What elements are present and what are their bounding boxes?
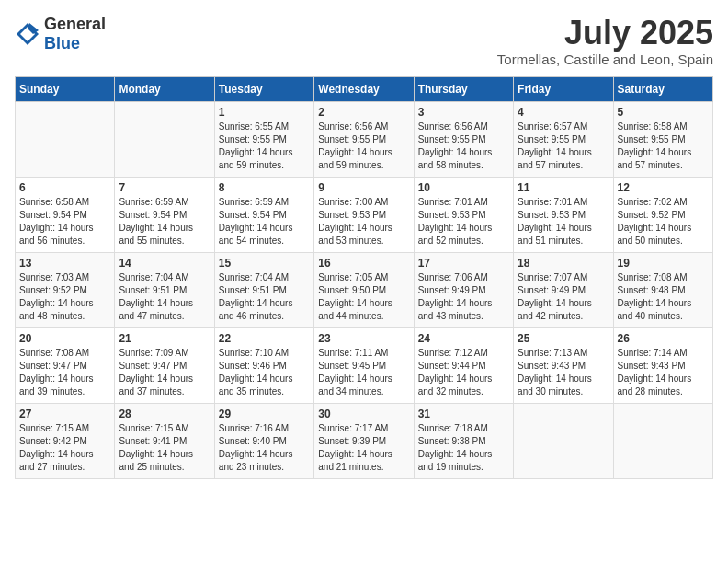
cell-sunrise: Sunrise: 6:59 AMSunset: 9:54 PMDaylight:… xyxy=(219,197,293,246)
day-number: 27 xyxy=(19,408,110,420)
calendar-cell: 19Sunrise: 7:08 AMSunset: 9:48 PMDayligh… xyxy=(613,252,712,327)
calendar-week-1: 6Sunrise: 6:58 AMSunset: 9:54 PMDaylight… xyxy=(16,177,713,252)
calendar-cell: 20Sunrise: 7:08 AMSunset: 9:47 PMDayligh… xyxy=(16,327,115,403)
day-number: 9 xyxy=(318,181,409,194)
cell-sunrise: Sunrise: 7:15 AMSunset: 9:41 PMDaylight:… xyxy=(119,423,193,472)
day-number: 10 xyxy=(418,181,509,194)
calendar-cell: 24Sunrise: 7:12 AMSunset: 9:44 PMDayligh… xyxy=(414,327,513,403)
day-number: 2 xyxy=(318,106,409,119)
cell-sunrise: Sunrise: 7:15 AMSunset: 9:42 PMDaylight:… xyxy=(19,423,94,472)
cell-sunrise: Sunrise: 7:10 AMSunset: 9:46 PMDaylight:… xyxy=(219,348,293,396)
calendar-cell: 2Sunrise: 6:56 AMSunset: 9:55 PMDaylight… xyxy=(314,101,414,177)
cell-sunrise: Sunrise: 7:17 AMSunset: 9:39 PMDaylight:… xyxy=(318,423,392,472)
calendar-table: SundayMondayTuesdayWednesdayThursdayFrid… xyxy=(15,76,713,479)
day-number: 24 xyxy=(418,332,509,345)
calendar-cell: 26Sunrise: 7:14 AMSunset: 9:43 PMDayligh… xyxy=(613,327,712,403)
day-number: 15 xyxy=(219,257,310,270)
calendar-cell: 8Sunrise: 6:59 AMSunset: 9:54 PMDaylight… xyxy=(214,177,313,252)
day-number: 11 xyxy=(518,181,609,194)
day-number: 6 xyxy=(19,181,110,194)
day-number: 21 xyxy=(119,332,210,345)
day-number: 12 xyxy=(618,181,709,194)
page-subtitle: Tormellas, Castille and Leon, Spain xyxy=(497,52,713,67)
cell-sunrise: Sunrise: 7:07 AMSunset: 9:49 PMDaylight:… xyxy=(518,272,592,321)
calendar-cell: 6Sunrise: 6:58 AMSunset: 9:54 PMDaylight… xyxy=(16,177,115,252)
day-number: 31 xyxy=(418,408,509,420)
page-title: July 2025 xyxy=(497,15,713,52)
cell-sunrise: Sunrise: 7:04 AMSunset: 9:51 PMDaylight:… xyxy=(119,272,193,321)
calendar-cell: 17Sunrise: 7:06 AMSunset: 9:49 PMDayligh… xyxy=(414,252,513,327)
cell-sunrise: Sunrise: 7:18 AMSunset: 9:38 PMDaylight:… xyxy=(418,423,493,472)
calendar-cell: 10Sunrise: 7:01 AMSunset: 9:53 PMDayligh… xyxy=(414,177,513,252)
day-number: 16 xyxy=(318,257,409,270)
day-number: 18 xyxy=(518,257,609,270)
calendar-cell: 13Sunrise: 7:03 AMSunset: 9:52 PMDayligh… xyxy=(16,252,115,327)
calendar-cell: 12Sunrise: 7:02 AMSunset: 9:52 PMDayligh… xyxy=(613,177,712,252)
calendar-cell: 9Sunrise: 7:00 AMSunset: 9:53 PMDaylight… xyxy=(314,177,414,252)
cell-sunrise: Sunrise: 6:58 AMSunset: 9:55 PMDaylight:… xyxy=(618,121,692,170)
cell-sunrise: Sunrise: 6:59 AMSunset: 9:54 PMDaylight:… xyxy=(119,197,193,246)
cell-sunrise: Sunrise: 7:04 AMSunset: 9:51 PMDaylight:… xyxy=(219,272,293,321)
day-number: 22 xyxy=(219,332,310,345)
cell-sunrise: Sunrise: 7:03 AMSunset: 9:52 PMDaylight:… xyxy=(19,272,94,321)
cell-sunrise: Sunrise: 7:08 AMSunset: 9:48 PMDaylight:… xyxy=(618,272,692,321)
cell-sunrise: Sunrise: 6:56 AMSunset: 9:55 PMDaylight:… xyxy=(318,121,392,170)
cell-sunrise: Sunrise: 7:09 AMSunset: 9:47 PMDaylight:… xyxy=(119,348,193,396)
calendar-cell: 18Sunrise: 7:07 AMSunset: 9:49 PMDayligh… xyxy=(514,252,613,327)
calendar-cell: 4Sunrise: 6:57 AMSunset: 9:55 PMDaylight… xyxy=(514,101,613,177)
cell-sunrise: Sunrise: 7:08 AMSunset: 9:47 PMDaylight:… xyxy=(19,348,94,396)
day-number: 29 xyxy=(219,408,310,420)
header-monday: Monday xyxy=(115,76,214,101)
calendar-cell: 5Sunrise: 6:58 AMSunset: 9:55 PMDaylight… xyxy=(613,101,712,177)
cell-sunrise: Sunrise: 7:11 AMSunset: 9:45 PMDaylight:… xyxy=(318,348,392,396)
calendar-cell: 14Sunrise: 7:04 AMSunset: 9:51 PMDayligh… xyxy=(115,252,214,327)
day-number: 25 xyxy=(518,332,609,345)
header-wednesday: Wednesday xyxy=(314,76,414,101)
cell-sunrise: Sunrise: 7:01 AMSunset: 9:53 PMDaylight:… xyxy=(518,197,592,246)
calendar-cell: 15Sunrise: 7:04 AMSunset: 9:51 PMDayligh… xyxy=(214,252,313,327)
cell-sunrise: Sunrise: 6:56 AMSunset: 9:55 PMDaylight:… xyxy=(418,121,493,170)
calendar-cell: 22Sunrise: 7:10 AMSunset: 9:46 PMDayligh… xyxy=(214,327,313,403)
day-number: 5 xyxy=(618,106,709,119)
header-saturday: Saturday xyxy=(613,76,712,101)
cell-sunrise: Sunrise: 6:58 AMSunset: 9:54 PMDaylight:… xyxy=(19,197,94,246)
cell-sunrise: Sunrise: 7:05 AMSunset: 9:50 PMDaylight:… xyxy=(318,272,392,321)
page-header: General Blue July 2025 Tormellas, Castil… xyxy=(15,15,713,67)
calendar-week-3: 20Sunrise: 7:08 AMSunset: 9:47 PMDayligh… xyxy=(16,327,713,403)
cell-sunrise: Sunrise: 7:00 AMSunset: 9:53 PMDaylight:… xyxy=(318,197,392,246)
logo: General Blue xyxy=(15,15,106,53)
cell-sunrise: Sunrise: 7:16 AMSunset: 9:40 PMDaylight:… xyxy=(219,423,293,472)
calendar-cell: 7Sunrise: 6:59 AMSunset: 9:54 PMDaylight… xyxy=(115,177,214,252)
calendar-week-0: 1Sunrise: 6:55 AMSunset: 9:55 PMDaylight… xyxy=(16,101,713,177)
logo-text: General Blue xyxy=(44,15,106,53)
header-tuesday: Tuesday xyxy=(214,76,313,101)
day-number: 30 xyxy=(318,408,409,420)
day-number: 14 xyxy=(119,257,210,270)
day-number: 23 xyxy=(318,332,409,345)
cell-sunrise: Sunrise: 7:02 AMSunset: 9:52 PMDaylight:… xyxy=(618,197,692,246)
day-number: 19 xyxy=(618,257,709,270)
cell-sunrise: Sunrise: 7:01 AMSunset: 9:53 PMDaylight:… xyxy=(418,197,493,246)
cell-sunrise: Sunrise: 7:13 AMSunset: 9:43 PMDaylight:… xyxy=(518,348,592,396)
header-sunday: Sunday xyxy=(16,76,115,101)
calendar-week-4: 27Sunrise: 7:15 AMSunset: 9:42 PMDayligh… xyxy=(16,403,713,478)
cell-sunrise: Sunrise: 7:12 AMSunset: 9:44 PMDaylight:… xyxy=(418,348,493,396)
calendar-cell: 16Sunrise: 7:05 AMSunset: 9:50 PMDayligh… xyxy=(314,252,414,327)
day-number: 28 xyxy=(119,408,210,420)
calendar-cell: 29Sunrise: 7:16 AMSunset: 9:40 PMDayligh… xyxy=(214,403,313,478)
day-number: 20 xyxy=(19,332,110,345)
calendar-cell xyxy=(514,403,613,478)
cell-sunrise: Sunrise: 7:14 AMSunset: 9:43 PMDaylight:… xyxy=(618,348,692,396)
calendar-cell xyxy=(613,403,712,478)
calendar-cell: 11Sunrise: 7:01 AMSunset: 9:53 PMDayligh… xyxy=(514,177,613,252)
cell-sunrise: Sunrise: 6:57 AMSunset: 9:55 PMDaylight:… xyxy=(518,121,592,170)
calendar-cell: 23Sunrise: 7:11 AMSunset: 9:45 PMDayligh… xyxy=(314,327,414,403)
calendar-cell: 27Sunrise: 7:15 AMSunset: 9:42 PMDayligh… xyxy=(16,403,115,478)
day-number: 7 xyxy=(119,181,210,194)
cell-sunrise: Sunrise: 7:06 AMSunset: 9:49 PMDaylight:… xyxy=(418,272,493,321)
logo-icon xyxy=(15,21,40,47)
cell-sunrise: Sunrise: 6:55 AMSunset: 9:55 PMDaylight:… xyxy=(219,121,293,170)
day-number: 17 xyxy=(418,257,509,270)
calendar-header-row: SundayMondayTuesdayWednesdayThursdayFrid… xyxy=(16,76,713,101)
calendar-cell: 21Sunrise: 7:09 AMSunset: 9:47 PMDayligh… xyxy=(115,327,214,403)
